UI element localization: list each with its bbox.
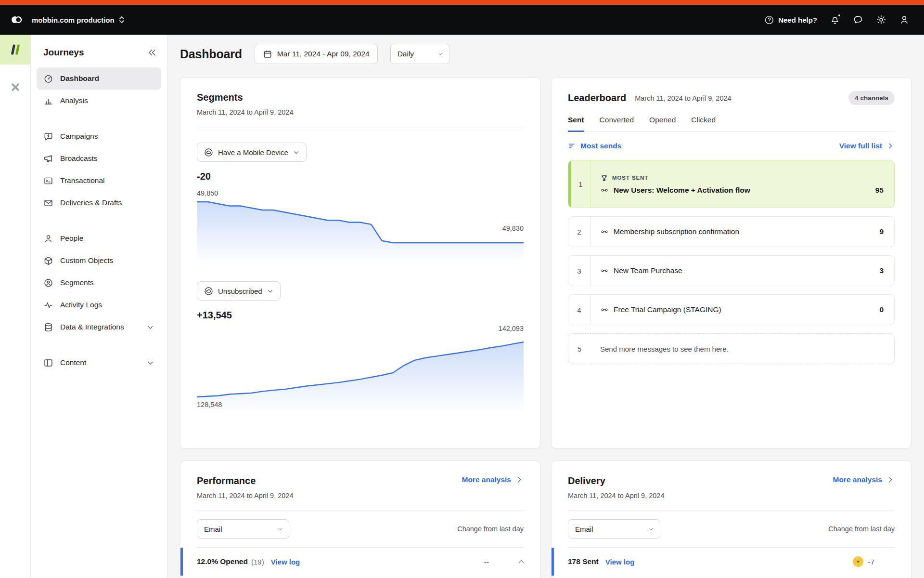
segment-delta: +13,545 <box>197 310 524 321</box>
chart-start-value: 49,850 <box>197 189 524 197</box>
collapse-row-icon[interactable] <box>517 557 526 566</box>
delivery-title: Delivery <box>568 475 664 486</box>
performance-date-range: March 11, 2024 to April 9, 2024 <box>197 492 293 499</box>
leaderboard-row-4[interactable]: 4 Free Trial Campaign (STAGING) 0 <box>568 294 895 325</box>
workspace-name: mobbin.com production <box>32 16 115 24</box>
performance-view-log-link[interactable]: View log <box>271 558 300 566</box>
sidebar-item-campaigns[interactable]: Campaigns <box>37 125 161 147</box>
view-full-list-link[interactable]: View full list <box>839 142 895 150</box>
opened-metric: 12.0% Opened <box>197 557 248 566</box>
x-app-icon <box>10 81 21 93</box>
performance-metric-row: 12.0% Opened (19) View log -- <box>180 548 540 576</box>
chevron-down-icon <box>146 323 154 331</box>
view-full-list-label: View full list <box>839 142 882 150</box>
sidebar-item-content[interactable]: Content <box>37 352 161 374</box>
topbar: mobbin.com production Need help? <box>0 5 924 35</box>
segments-title: Segments <box>197 92 524 103</box>
sidebar-item-label: Custom Objects <box>60 256 113 265</box>
rail-item-journeys[interactable] <box>0 35 31 65</box>
channels-badge: 4 channels <box>848 91 895 105</box>
leaderboard-tabs: Sent Converted Opened Clicked <box>568 116 895 132</box>
chevron-down-icon <box>293 149 300 156</box>
sidebar: Journeys Dashboard Analysis <box>31 35 167 578</box>
product-rail <box>0 35 31 578</box>
tab-converted[interactable]: Converted <box>600 116 634 132</box>
need-help-button[interactable]: Need help? <box>764 15 817 25</box>
notification-dot <box>837 13 841 17</box>
tab-opened[interactable]: Opened <box>649 116 676 132</box>
page-title: Dashboard <box>180 47 242 61</box>
sidebar-item-data-integrations[interactable]: Data & Integrations <box>37 316 161 338</box>
leaderboard-row-3[interactable]: 3 New Team Purchase 3 <box>568 255 895 286</box>
delivery-more-analysis-link[interactable]: More analysis <box>833 475 895 484</box>
granularity-select[interactable]: Daily <box>390 44 450 64</box>
chevron-down-icon <box>648 525 654 532</box>
sidebar-item-segments[interactable]: Segments <box>37 272 161 294</box>
brand-strip <box>0 0 924 5</box>
sort-most-sends[interactable]: Most sends <box>568 142 621 150</box>
segment-chart-block: Unsubscribed +13,545 <box>197 281 524 409</box>
delivery-channel-select[interactable]: Email <box>568 519 660 539</box>
line-chart-svg <box>197 199 524 259</box>
leaderboard-card: Leaderboard March 11, 2024 to April 9, 2… <box>551 77 911 449</box>
opened-count: (19) <box>251 558 264 566</box>
sidebar-item-transactional[interactable]: Transactional <box>37 170 161 192</box>
campaign-sends: 0 <box>879 305 885 314</box>
chevron-down-icon <box>146 359 154 367</box>
campaign-sends: 3 <box>879 266 885 275</box>
app-logo[interactable] <box>8 11 25 28</box>
segment-select-unsubscribed[interactable]: Unsubscribed <box>197 281 281 301</box>
delivery-view-log-link[interactable]: View log <box>605 558 635 566</box>
account-icon[interactable] <box>899 14 910 25</box>
activity-pulse-icon <box>43 300 53 310</box>
campaigns-icon <box>43 131 53 142</box>
sidebar-item-broadcasts[interactable]: Broadcasts <box>37 147 161 170</box>
segment-select-mobile-device[interactable]: Have a Mobile Device <box>197 143 307 162</box>
performance-channel-select[interactable]: Email <box>197 519 289 539</box>
delivery-card: Delivery March 11, 2024 to April 9, 2024… <box>551 460 911 578</box>
megaphone-icon <box>43 154 53 164</box>
campaign-name: Free Trial Campaign (STAGING) <box>614 305 721 314</box>
sidebar-item-label: Segments <box>60 278 94 287</box>
settings-gear-icon[interactable] <box>876 14 886 25</box>
sidebar-item-label: Analysis <box>60 96 88 105</box>
segment-icon <box>204 286 214 296</box>
sidebar-item-analysis[interactable]: Analysis <box>37 90 161 112</box>
performance-title: Performance <box>197 475 293 486</box>
tab-clicked[interactable]: Clicked <box>691 116 716 132</box>
sidebar-item-activity-logs[interactable]: Activity Logs <box>37 294 161 316</box>
sidebar-item-dashboard[interactable]: Dashboard <box>37 67 161 90</box>
segment-line-chart: 49,830 <box>197 199 524 259</box>
rail-item-secondary[interactable] <box>0 72 31 102</box>
sent-metric: 178 Sent <box>568 557 599 566</box>
decrease-indicator-icon <box>853 556 863 567</box>
collapse-sidebar-icon[interactable] <box>147 47 157 58</box>
chevron-down-icon <box>277 525 283 532</box>
empty-slot-message: Send more messages to see them here. <box>600 345 729 353</box>
leaderboard-date-range: March 11, 2024 to April 9, 2024 <box>635 94 731 102</box>
campaign-name: Membership subscription confirmation <box>614 227 739 236</box>
segment-name: Have a Mobile Device <box>218 148 288 157</box>
leaderboard-row-1[interactable]: 1 MOST SENT <box>568 160 895 208</box>
rank-number: 5 <box>568 334 590 364</box>
sidebar-item-people[interactable]: People <box>37 227 161 250</box>
chat-icon[interactable] <box>853 14 863 25</box>
campaign-sends: 9 <box>879 227 885 236</box>
rank-number: 3 <box>568 256 590 286</box>
more-analysis-label: More analysis <box>833 475 882 484</box>
date-range-button[interactable]: Mar 11, 2024 - Apr 09, 2024 <box>255 44 378 64</box>
delivery-date-range: March 11, 2024 to April 9, 2024 <box>568 492 664 499</box>
chart-end-value: 142,093 <box>499 325 524 332</box>
workspace-selector[interactable]: mobbin.com production <box>32 16 125 24</box>
tab-sent[interactable]: Sent <box>568 116 584 132</box>
sidebar-item-custom-objects[interactable]: Custom Objects <box>37 250 161 272</box>
performance-more-analysis-link[interactable]: More analysis <box>462 475 524 484</box>
leaderboard-row-2[interactable]: 2 Membership subscription confirmation 9 <box>568 216 895 247</box>
sidebar-item-deliveries-drafts[interactable]: Deliveries & Drafts <box>37 192 161 214</box>
segment-name: Unsubscribed <box>218 287 262 295</box>
notifications-button[interactable] <box>830 14 840 25</box>
date-range-label: Mar 11, 2024 - Apr 09, 2024 <box>277 50 370 58</box>
change-from-last-day-header: Change from last day <box>828 525 895 533</box>
chevron-right-icon <box>886 142 895 150</box>
chevron-down-icon <box>437 51 444 57</box>
